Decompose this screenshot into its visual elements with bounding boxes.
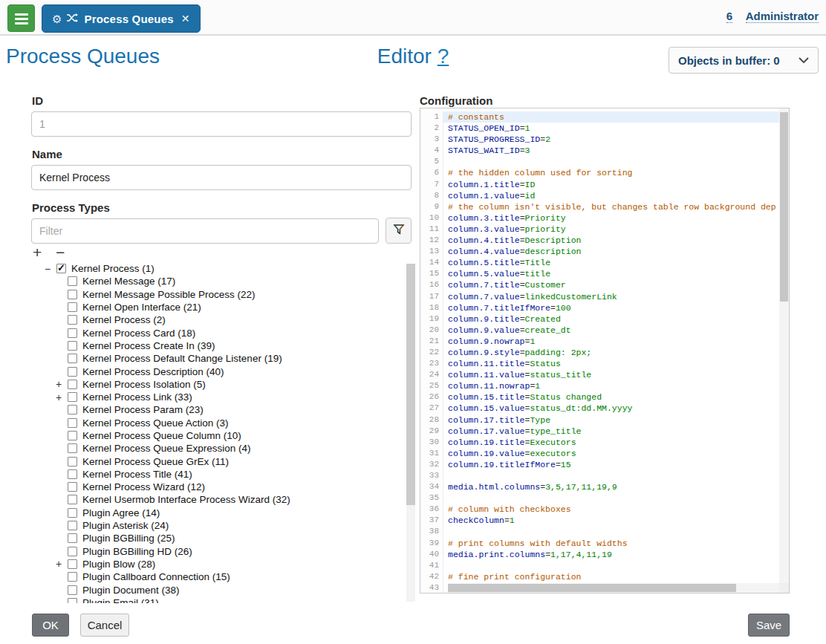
line-number: 2 [420,123,443,134]
tree-item[interactable]: Plugin Email (31) [31,596,406,603]
tree-item[interactable]: Kernel Process (2) [31,313,406,326]
hamburger-menu-button[interactable] [7,4,35,32]
tree-item[interactable]: Plugin Asterisk (24) [31,519,406,532]
tree-item[interactable]: Plugin BGBilling HD (26) [31,545,406,558]
name-input[interactable] [31,165,412,190]
checkbox[interactable] [68,431,77,440]
tree-item[interactable]: Plugin Agree (14) [31,507,406,519]
code-text: # fine print configuration [443,571,780,582]
line-number: 40 [420,549,443,560]
code-line: 35 [420,492,780,504]
tree-item[interactable]: Kernel Process Param (23) [31,403,406,416]
help-link[interactable]: ? [438,45,449,68]
cancel-button[interactable]: Cancel [80,614,129,637]
editor-vscroll-thumb[interactable] [780,112,788,302]
filter-button[interactable] [386,218,412,244]
checkbox[interactable] [68,482,77,492]
code-text: column.7.title=Customer [443,279,780,290]
line-number: 20 [420,325,443,336]
line-number: 30 [420,437,443,448]
collapse-icon[interactable]: − [45,263,56,275]
checkbox[interactable] [68,290,77,299]
code-line: 10column.3.title=Priority [420,212,780,224]
checkbox[interactable] [68,392,77,402]
tree-item[interactable]: Plugin Callboard Connection (15) [31,570,406,583]
tree-item[interactable]: Kernel Process Card (18) [31,326,406,339]
checkbox[interactable] [68,315,77,325]
checkbox[interactable] [68,598,77,603]
checkbox[interactable] [68,585,77,595]
tree-item[interactable]: Kernel Process Queue GrEx (11) [31,455,406,467]
editor-hscroll-thumb[interactable] [448,584,736,592]
chevron-down-icon [799,53,809,67]
code-value: padding: 2px; [525,348,592,357]
checkbox[interactable] [68,328,77,338]
code-value: 2 [545,134,550,144]
line-number: 7 [420,179,443,190]
tree-item[interactable]: Kernel Process Description (40) [31,365,406,377]
ok-button[interactable]: OK [32,614,69,637]
checkbox[interactable] [68,276,77,286]
tree-item[interactable]: Kernel Message Possible Process (22) [31,288,406,301]
code-key: column.1.value [448,191,520,201]
checkbox[interactable] [68,380,77,389]
configuration-editor[interactable]: 1# constants2STATUS_OPEN_ID=13STATUS_PRO… [420,108,790,593]
administrator-link[interactable]: Administrator [746,10,819,23]
checkbox[interactable] [68,354,77,363]
save-button[interactable]: Save [748,614,790,637]
tree-item[interactable]: Kernel Process Default Change Listener (… [31,352,406,365]
checkbox[interactable] [68,533,77,543]
tree-item[interactable]: −Kernel Process (1) [31,262,406,275]
checkbox[interactable] [68,572,77,582]
checkbox[interactable] [68,508,77,518]
tree-item[interactable]: Kernel Process Title (41) [31,468,406,481]
checkbox[interactable] [68,405,77,414]
id-input[interactable] [31,111,412,137]
checkbox[interactable] [56,264,66,273]
checkbox[interactable] [68,367,77,377]
tree-item[interactable]: Plugin Document (38) [31,583,406,596]
tree-item-label: Plugin Email (31) [82,597,159,603]
code-key: column.7.value [448,292,520,302]
expand-all-button[interactable]: + [33,244,42,261]
checkbox[interactable] [68,559,77,569]
tree-item[interactable]: Kernel Process Create In (39) [31,339,406,352]
tree-item-label: Kernel Process (2) [82,314,166,325]
filter-input[interactable] [31,218,379,244]
tree-item[interactable]: Kernel Usermob Interface Process Wizard … [31,493,406,506]
tree-item[interactable]: +Plugin Blow (28) [31,558,406,570]
checkbox[interactable] [68,521,77,530]
checkbox[interactable] [68,469,77,479]
checkbox[interactable] [68,495,77,504]
user-area: 6 Administrator [726,10,819,22]
tree-item[interactable]: Kernel Process Queue Expression (4) [31,442,406,455]
editor-horizontal-scrollbar[interactable] [448,583,779,593]
tree-item[interactable]: +Kernel Process Link (33) [31,391,406,403]
tree-item[interactable]: Plugin BGBilling (25) [31,532,406,544]
checkbox[interactable] [68,418,77,428]
tree-scrollbar[interactable] [406,264,415,602]
checkbox[interactable] [68,457,77,466]
tab-close-icon[interactable]: ✕ [181,13,190,25]
tree-item[interactable]: Kernel Open Interface (21) [31,301,406,313]
tree-item[interactable]: Kernel Message (17) [31,275,406,287]
checkbox[interactable] [68,302,77,312]
tree-item[interactable]: +Kernel Process Isolation (5) [31,378,406,391]
tree-item[interactable]: Kernel Process Queue Action (3) [31,417,406,429]
editor-vertical-scrollbar[interactable] [779,108,789,583]
checkbox[interactable] [68,341,77,351]
line-number: 32 [420,459,443,470]
funnel-icon [393,224,405,238]
expand-icon[interactable]: + [56,391,68,403]
objects-in-buffer-dropdown[interactable]: Objects in buffer: 0 [669,47,819,74]
checkbox[interactable] [68,443,77,453]
expand-icon[interactable]: + [56,378,68,390]
collapse-all-button[interactable]: − [56,244,65,261]
tree-scrollbar-thumb[interactable] [406,264,415,505]
tree-item[interactable]: Kernel Process Queue Column (10) [31,429,406,442]
notification-count-link[interactable]: 6 [726,10,732,23]
checkbox[interactable] [68,547,77,556]
tab-process-queues[interactable]: ⚙ Process Queues ✕ [42,4,201,33]
tree-item[interactable]: Kernel Process Wizard (12) [31,481,406,493]
expand-icon[interactable]: + [56,558,68,570]
